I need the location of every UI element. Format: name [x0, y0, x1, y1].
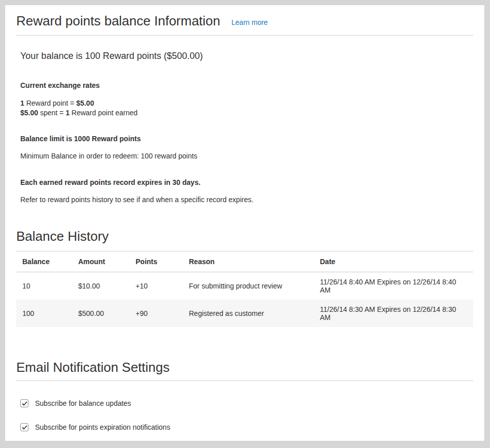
- balance-limit-heading: Balance limit is 1000 Reward points: [20, 134, 469, 144]
- checkmark-icon: [22, 425, 27, 430]
- min-balance-note: Minimum Balance in order to redeem: 100 …: [20, 151, 469, 162]
- learn-more-link[interactable]: Learn more: [232, 18, 268, 26]
- table-header-row: Balance Amount Points Reason Date: [16, 251, 473, 272]
- balance-history-heading: Balance History: [16, 229, 473, 244]
- rate2-text2: Reward point earned: [70, 109, 138, 117]
- page-title-row: Reward points balance Information Learn …: [16, 5, 473, 36]
- checkmark-icon: [22, 401, 27, 406]
- column-header-date: Date: [314, 251, 473, 272]
- subscribe-balance-checkbox[interactable]: [20, 399, 28, 407]
- cell-points: +10: [129, 272, 183, 300]
- rate1-value: $5.00: [76, 99, 94, 107]
- balance-history-section: Balance History Balance Amount Points Re…: [16, 229, 473, 327]
- cell-points: +90: [129, 300, 183, 327]
- column-header-amount: Amount: [72, 251, 129, 272]
- rate2-points: 1: [66, 109, 70, 117]
- cell-amount: $500.00: [72, 300, 129, 327]
- subscribe-expiration-checkbox[interactable]: [20, 423, 28, 431]
- subscribe-expiration-row: Subscribe for points expiration notifica…: [20, 423, 469, 431]
- balance-history-table: Balance Amount Points Reason Date 10 $10…: [16, 251, 473, 327]
- rate2-text1: spent =: [38, 109, 66, 117]
- rate1-points: 1: [20, 99, 24, 107]
- balance-summary: Your balance is 100 Reward points ($500.…: [20, 51, 469, 61]
- cell-date: 11/26/14 8:40 AM Expires on 12/26/14 8:4…: [314, 272, 473, 300]
- subscribe-expiration-label: Subscribe for points expiration notifica…: [35, 423, 170, 431]
- cell-balance: 10: [16, 272, 72, 300]
- column-header-reason: Reason: [183, 251, 314, 272]
- email-heading-row: Email Notification Settings: [16, 360, 473, 381]
- cell-reason: Registered as customer: [183, 300, 314, 327]
- column-header-points: Points: [129, 251, 183, 272]
- exchange-rates: 1 Reward point = $5.00 $5.00 spent = 1 R…: [20, 99, 469, 118]
- subscribe-balance-label: Subscribe for balance updates: [35, 399, 131, 407]
- rate1-text: Reward point =: [24, 99, 76, 107]
- expiry-heading: Each earned reward points record expires…: [20, 178, 469, 188]
- rate2-value: $5.00: [20, 109, 38, 117]
- reward-points-page: Reward points balance Information Learn …: [5, 5, 485, 441]
- table-row: 100 $500.00 +90 Registered as customer 1…: [16, 300, 473, 327]
- rate-line-earn: $5.00 spent = 1 Reward point earned: [20, 108, 469, 118]
- table-row: 10 $10.00 +10 For submitting product rev…: [16, 272, 473, 300]
- subscribe-balance-row: Subscribe for balance updates: [20, 399, 469, 407]
- column-header-balance: Balance: [16, 251, 72, 272]
- cell-balance: 100: [16, 300, 72, 327]
- expiry-note: Refer to reward points history to see if…: [20, 195, 469, 205]
- page-title: Reward points balance Information: [16, 13, 220, 29]
- email-notification-heading: Email Notification Settings: [16, 360, 473, 375]
- screenshot-frame: Reward points balance Information Learn …: [0, 0, 490, 448]
- email-notification-section: Email Notification Settings Subscribe fo…: [16, 360, 473, 441]
- exchange-rates-heading: Current exchange rates: [20, 81, 469, 91]
- rate-line-redeem: 1 Reward point = $5.00: [20, 99, 469, 109]
- cell-reason: For submitting product review: [183, 272, 314, 300]
- cell-amount: $10.00: [72, 272, 129, 300]
- cell-date: 11/26/14 8:30 AM Expires on 12/26/14 8:3…: [314, 300, 473, 327]
